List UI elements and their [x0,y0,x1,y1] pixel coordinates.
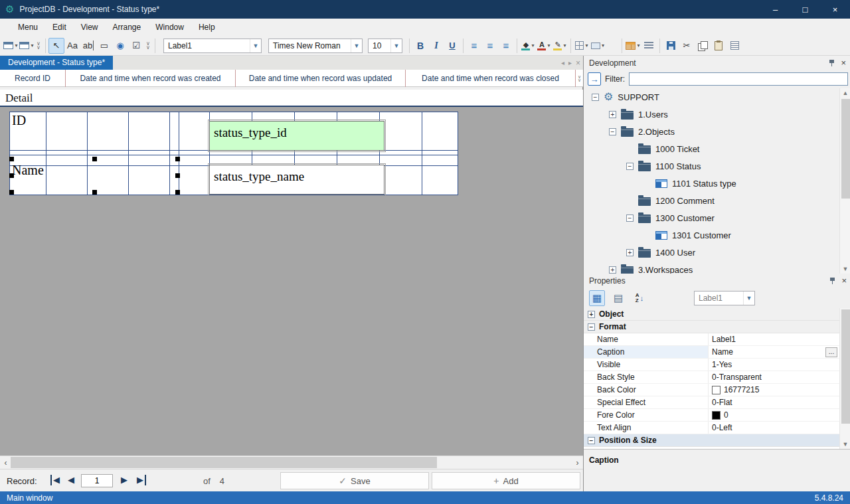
chevron-down-icon[interactable]: ▼ [390,39,402,52]
goto-object-button[interactable]: → [588,72,601,86]
alphabetical-view-button[interactable]: ▤ [610,290,626,306]
tree-item-users[interactable]: + 1.Users [584,106,850,123]
object-selector-combo[interactable]: Label1 ▼ [694,291,755,305]
tree-expander-icon[interactable]: − [626,214,634,222]
open-form-button[interactable]: ▾ [19,38,35,54]
scroll-right-icon[interactable]: › [572,456,583,469]
selection-handle[interactable] [9,157,14,161]
highlight-color-button[interactable]: ✎▾ [552,38,568,54]
selection-handle[interactable] [175,173,180,178]
prop-group-object[interactable]: + Object [584,308,850,321]
new-form-button[interactable]: ▾ [3,38,19,54]
pin-icon[interactable] [828,59,835,67]
tree-expander-icon[interactable]: − [626,163,634,170]
name-label[interactable]: Name [12,163,44,178]
prop-row-text-align[interactable]: Text Align 0-Left [584,422,850,434]
close-icon[interactable]: × [841,58,846,68]
tree-expander-icon[interactable]: + [609,266,616,274]
tree-expander-icon[interactable]: + [626,249,634,256]
prop-row-name[interactable]: Name Label1 [584,333,850,346]
toolbar-overflow-icon[interactable]: ∨∨ [144,42,152,50]
properties-scrollbar[interactable]: ▼ [839,308,850,449]
column-header-closed[interactable]: Date and time when record was closed [406,70,576,87]
scroll-down-icon[interactable]: ▼ [840,441,850,448]
selection-handle[interactable] [92,157,97,161]
prop-row-back-style[interactable]: Back Style 0-Transparent [584,371,850,384]
copy-button[interactable] [695,38,711,54]
previous-record-button[interactable]: ◀ [68,475,74,485]
tree-item-workspaces[interactable]: + 3.Workspaces [584,261,850,274]
tree-expander-icon[interactable]: + [609,111,616,118]
selection-handle[interactable] [175,157,180,161]
chevron-down-icon[interactable]: ▼ [743,292,754,305]
pin-icon[interactable] [829,277,836,285]
menu-item-arrange[interactable]: Arrange [106,20,149,35]
fill-color-button[interactable]: ◆▾ [520,38,536,54]
tab-development-status-type[interactable]: Development - Status type* [0,56,113,70]
prop-row-back-color[interactable]: Back Color 16777215 [584,384,850,396]
tree-item-1000-ticket[interactable]: 1000 Ticket [584,140,850,157]
tree-scrollbar[interactable]: ▲ ▼ [839,88,850,274]
chevron-down-icon[interactable]: ▾ [637,42,639,48]
close-icon[interactable]: × [841,276,847,286]
next-record-button[interactable]: ▶ [121,475,128,485]
add-record-button[interactable]: +Add [432,472,580,489]
ellipsis-button[interactable]: ... [825,347,837,357]
collapse-icon[interactable]: − [588,323,595,331]
detail-section-bar[interactable]: Detail [0,90,583,107]
save-record-button[interactable]: ✓Save [280,472,429,489]
paste-button[interactable] [711,38,726,54]
chevron-down-icon[interactable]: ▾ [585,42,588,48]
collapse-icon[interactable]: − [588,437,595,444]
scroll-up-icon[interactable]: ▲ [840,90,850,96]
menu-item-help[interactable]: Help [191,20,222,35]
cut-button[interactable]: ✂ [679,38,695,54]
font-combo[interactable]: Times New Roman ▼ [268,39,363,53]
prop-group-position-size[interactable]: − Position & Size [584,434,850,447]
chevron-down-icon[interactable]: ▾ [602,42,604,48]
status-type-name-field[interactable]: status_type_name [209,165,384,195]
selection-handle[interactable] [9,190,14,195]
menu-item-view[interactable]: View [74,20,106,35]
menu-item-window[interactable]: Window [148,20,191,35]
chevron-down-icon[interactable]: ▾ [547,42,550,48]
toolbar-overflow-icon[interactable]: ∨∨ [35,42,42,50]
bold-button[interactable]: B [412,38,428,54]
selection-handle[interactable] [92,190,97,195]
insert-label-button[interactable]: Aa [64,38,80,54]
align-center-button[interactable]: ≡ [482,38,498,54]
minimize-button[interactable]: – [760,0,790,19]
insert-frame-button[interactable]: ▭ [96,38,112,54]
horizontal-scrollbar[interactable]: ‹ › [0,456,583,469]
prop-row-fore-color[interactable]: Fore Color 0 [584,409,850,422]
scrollbar-thumb[interactable] [841,309,850,424]
tree-expander-icon[interactable]: − [592,94,599,101]
prop-row-special-effect[interactable]: Special Effect 0-Flat [584,396,850,409]
italic-button[interactable]: I [428,38,444,54]
column-header-record-id[interactable]: Record ID [0,70,66,87]
sort-button[interactable]: AZ↓ [632,290,647,306]
menu-item-menu[interactable]: Menu [11,20,45,35]
shape-style-button[interactable]: ▾ [590,38,606,54]
form-canvas[interactable]: ID status_type_id Name status_type_name [0,107,583,456]
column-header-created[interactable]: Date and time when record was created [66,70,236,87]
column-header-updated[interactable]: Date and time when record was updated [236,70,406,87]
select-pointer-button[interactable]: ↖ [48,38,64,54]
tree-item-1300-customer[interactable]: − 1300 Customer [584,209,850,226]
scroll-left-icon[interactable]: ‹ [0,456,11,469]
chevron-down-icon[interactable]: ▾ [531,42,534,48]
maximize-button[interactable]: □ [790,0,820,19]
font-size-combo[interactable]: 10 ▼ [368,39,402,53]
header-overflow-icon[interactable]: ∨∨ [576,70,583,86]
tab-scroll-left-icon[interactable]: ◂ [561,59,564,66]
tree-item-objects[interactable]: − 2.Objects [584,123,850,140]
tree-item-1200-comment[interactable]: 1200 Comment [584,192,850,209]
tree-item-1101-status-type[interactable]: 1101 Status type [584,175,850,192]
categorized-view-button[interactable]: ▦ [589,290,605,306]
tree-expander-icon[interactable]: − [609,128,616,135]
scrollbar-thumb[interactable] [11,457,437,468]
filter-input[interactable] [629,72,848,86]
tree-item-support[interactable]: − ⚙ SUPPORT [584,88,850,106]
prop-row-caption[interactable]: Caption Name ... [584,346,850,359]
prop-row-visible[interactable]: Visible 1-Yes [584,359,850,371]
